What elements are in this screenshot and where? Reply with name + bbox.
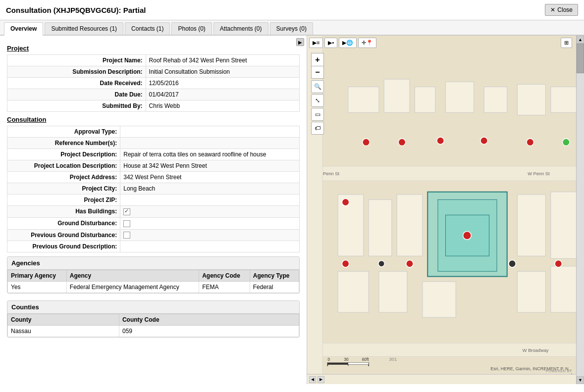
info-row: Project Location Description: House at 3… <box>7 160 300 172</box>
prev-ground-disturbance-checkbox[interactable] <box>123 232 130 239</box>
info-row: Project ZIP: <box>7 195 300 206</box>
svg-rect-10 <box>415 87 435 113</box>
svg-text:301: 301 <box>389 357 397 362</box>
field-value: 12/05/2016 <box>146 78 299 89</box>
svg-text:0: 0 <box>327 357 330 362</box>
map-tool-buttons: 🔍 ⤡ ▭ 🏷 <box>311 80 324 135</box>
project-heading: Project <box>7 45 300 52</box>
svg-rect-27 <box>551 266 579 312</box>
map-rectangle-button[interactable]: ▭ <box>311 108 324 121</box>
svg-rect-14 <box>551 87 577 113</box>
table-list-icon: ▶≡ <box>313 40 319 46</box>
info-row: Date Received: 12/05/2016 <box>7 78 300 89</box>
svg-point-35 <box>563 139 570 146</box>
info-row: Has Buildings: <box>7 206 300 218</box>
svg-rect-22 <box>551 192 579 259</box>
svg-point-33 <box>480 137 487 144</box>
magnify-icon: 🔍 <box>314 83 321 90</box>
cell-county-code: 059 <box>119 326 299 337</box>
page-title: Consultation (XHJP5QBVGC6U): Partial <box>6 6 146 14</box>
field-value: Chris Webb <box>146 100 299 112</box>
field-label: Ground Disturbance: <box>7 217 120 229</box>
field-label: Project ZIP: <box>7 195 120 206</box>
tab-bar: Overview Submitted Resources (1) Contact… <box>0 20 584 36</box>
tab-photos[interactable]: Photos (0) <box>171 22 212 35</box>
svg-rect-17 <box>397 195 423 256</box>
svg-rect-12 <box>484 87 507 113</box>
scrollbar-up-arrow[interactable]: ▲ <box>577 36 584 44</box>
layer-icon: ⊞ <box>564 40 569 46</box>
svg-rect-11 <box>446 82 474 112</box>
scrollbar-down-arrow[interactable]: ▼ <box>577 376 584 384</box>
pan-right-button[interactable]: ▶ <box>318 376 324 383</box>
table-row: Yes Federal Emergency Management Agency … <box>8 282 299 293</box>
title-bar: Consultation (XHJP5QBVGC6U): Partial ✕ C… <box>0 0 584 20</box>
map-bullet-list-button[interactable]: ▶• <box>324 38 337 48</box>
map-pin-button[interactable]: ✛📍 <box>358 38 376 48</box>
map-globe-button[interactable]: ▶🌐 <box>339 38 357 48</box>
field-value <box>120 138 300 149</box>
map-layer-control-button[interactable]: ⊞ <box>561 38 572 48</box>
svg-rect-26 <box>517 271 545 312</box>
map-svg: W Penn St W Penn St W Broadway W Broadwa… <box>307 36 584 384</box>
field-value <box>120 206 300 218</box>
zoom-in-button[interactable]: + <box>311 53 324 66</box>
has-buildings-checkbox[interactable] <box>123 208 130 215</box>
agencies-heading: Agencies <box>7 257 299 270</box>
svg-point-37 <box>378 260 384 266</box>
svg-rect-47 <box>327 363 348 365</box>
tab-overview[interactable]: Overview <box>4 22 43 36</box>
svg-rect-8 <box>348 87 379 113</box>
field-label: Approval Type: <box>7 126 120 138</box>
rectangle-icon: ▭ <box>315 111 320 118</box>
field-value: House at 342 West Penn Street <box>120 160 300 172</box>
close-button[interactable]: ✕ Close <box>545 4 578 16</box>
tab-submitted-resources[interactable]: Submitted Resources (1) <box>45 22 123 35</box>
scrollbar-thumb[interactable] <box>577 44 584 73</box>
map-panel: ▶≡ ▶• ▶🌐 ✛📍 ⊞ + − <box>307 36 584 384</box>
globe-icon: ▶🌐 <box>342 40 353 46</box>
map-zoom-controls: + − <box>311 53 324 79</box>
powered-by-text: POWERED BY <box>546 369 572 373</box>
collapse-button[interactable]: ▶ <box>296 38 304 46</box>
field-value <box>120 195 300 206</box>
svg-rect-9 <box>384 79 410 112</box>
col-county-code: County Code <box>119 314 299 326</box>
pin-icon: ✛📍 <box>362 40 373 46</box>
field-label: Submitted By: <box>7 100 146 112</box>
field-label: Project Address: <box>7 172 120 183</box>
tab-attachments[interactable]: Attachments (0) <box>213 22 268 35</box>
field-value: 01/04/2017 <box>146 89 299 100</box>
bookmark-icon: ⤡ <box>315 97 320 104</box>
col-agency: Agency <box>66 270 199 282</box>
tab-contacts[interactable]: Contacts (1) <box>125 22 170 35</box>
svg-rect-21 <box>517 195 545 256</box>
map-table-list-button[interactable]: ▶≡ <box>309 38 323 48</box>
field-label: Has Buildings: <box>7 206 120 218</box>
field-label: Project Description: <box>7 149 120 160</box>
info-row: Ground Disturbance: <box>7 217 300 229</box>
col-primary-agency: Primary Agency <box>8 270 67 282</box>
info-row: Previous Ground Description: <box>7 241 300 252</box>
svg-text:W Penn St: W Penn St <box>528 171 550 176</box>
field-value <box>120 241 300 252</box>
map-bookmark-button[interactable]: ⤡ <box>311 94 324 107</box>
map-scrollbar[interactable]: ▲ ▼ <box>576 36 584 384</box>
tab-surveys[interactable]: Surveys (0) <box>270 22 313 35</box>
info-row: Approval Type: <box>7 126 300 138</box>
field-value: 342 West Penn Street <box>120 172 300 183</box>
cell-county: Nassau <box>8 326 119 337</box>
map-tag-button[interactable]: 🏷 <box>311 122 324 135</box>
info-row: Project City: Long Beach <box>7 183 300 195</box>
map-toolbar-left: ▶≡ ▶• ▶🌐 ✛📍 <box>309 38 376 48</box>
pan-left-button[interactable]: ◀ <box>309 376 316 383</box>
map-magnify-button[interactable]: 🔍 <box>311 80 324 93</box>
map-toolbar: ▶≡ ▶• ▶🌐 ✛📍 ⊞ <box>307 38 574 48</box>
info-row: Date Due: 01/04/2017 <box>7 89 300 100</box>
consultation-info: Approval Type: Reference Number(s): Proj… <box>7 126 300 252</box>
field-value: Roof Rehab of 342 West Penn Street <box>146 55 299 66</box>
ground-disturbance-checkbox[interactable] <box>123 220 130 227</box>
table-row: Nassau 059 <box>8 326 299 337</box>
zoom-out-button[interactable]: − <box>311 66 324 79</box>
svg-rect-48 <box>348 363 369 365</box>
